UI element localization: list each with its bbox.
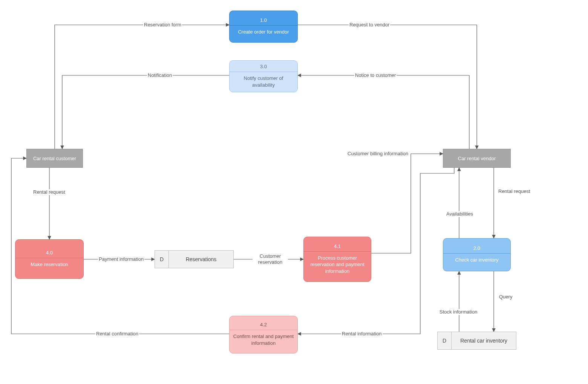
flow-stock-information: Stock information [439, 309, 478, 315]
flow-request-to-vendor: Request to vendor [349, 22, 390, 28]
flow-query: Query [498, 294, 513, 300]
process-label-4-0: Make reservation [28, 258, 71, 271]
flow-payment-information: Payment information [98, 256, 144, 262]
entity-vendor[interactable]: Car rental vendor [443, 149, 511, 168]
flow-customer-reservation: Customer reservation [253, 253, 288, 266]
datastore-inventory-label: Rental car inventory [452, 332, 516, 349]
process-id-4-2: 4.2 [229, 320, 298, 330]
datastore-inventory-id: D [438, 332, 452, 349]
process-label-1-0: Create order for vendor [235, 26, 292, 38]
flow-customer-billing-info: Customer billing information [347, 151, 409, 157]
entity-customer[interactable]: Car rental customer [26, 149, 83, 168]
process-id-1-0: 1.0 [229, 15, 298, 26]
entity-customer-label: Car rental customer [33, 156, 76, 161]
process-label-2-0: Check car inventory [452, 254, 502, 266]
entity-vendor-label: Car rental vendor [458, 156, 496, 161]
process-label-4-1: Process customer reservation and payment… [304, 252, 371, 278]
datastore-reservations-id: D [155, 251, 169, 268]
process-3-0[interactable]: 3.0 Notify customer of availability [229, 60, 298, 92]
process-label-4-2: Confirm rental and payment information [230, 330, 297, 349]
flow-reservation-form: Reservation form [143, 22, 182, 28]
datastore-reservations-label: Reservations [169, 251, 233, 268]
flow-rental-confirmation: Rental confirmation [95, 331, 139, 337]
flow-notice-to-customer: Notice to customer [354, 72, 397, 78]
dfd-canvas: { "diagram_title": "Car Rental Data Flow… [0, 0, 588, 384]
process-id-4-1: 4.1 [303, 241, 371, 252]
flow-rental-request-customer: Rental request [32, 189, 66, 195]
process-id-3-0: 3.0 [229, 61, 298, 72]
process-2-0[interactable]: 2.0 Check car inventory [443, 238, 511, 271]
flow-rental-request-vendor: Rental request [498, 188, 531, 194]
flow-availabilities: Availabilities [446, 211, 474, 217]
process-4-0[interactable]: 4.0 Make reservation [15, 239, 84, 279]
process-label-3-0: Notify customer of availability [230, 72, 297, 91]
datastore-inventory[interactable]: D Rental car inventory [437, 332, 516, 350]
flow-rental-information: Rental information [341, 331, 383, 337]
process-4-1[interactable]: 4.1 Process customer reservation and pay… [303, 237, 371, 282]
process-4-2[interactable]: 4.2 Confirm rental and payment informati… [229, 316, 298, 353]
process-id-2-0: 2.0 [443, 243, 511, 254]
flow-notification: Notification [147, 72, 173, 78]
process-id-4-0: 4.0 [15, 248, 84, 258]
datastore-reservations[interactable]: D Reservations [155, 250, 234, 268]
process-1-0[interactable]: 1.0 Create order for vendor [229, 11, 298, 43]
